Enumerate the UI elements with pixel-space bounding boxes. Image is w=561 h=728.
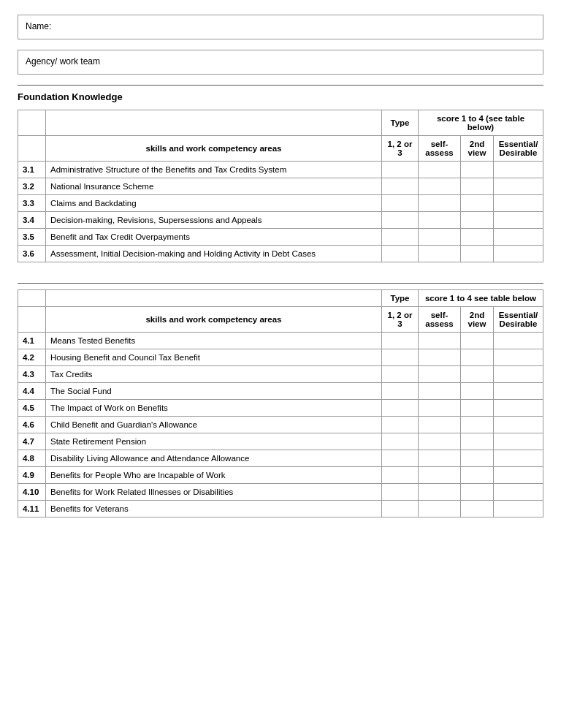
- row-2nd-view[interactable]: [460, 349, 493, 366]
- row-2nd-view[interactable]: [460, 400, 493, 417]
- row-2nd-view[interactable]: [461, 246, 494, 262]
- row-self-assess[interactable]: [418, 366, 460, 383]
- subheader-skills: skills and work competency areas: [46, 136, 382, 162]
- subheader-2nd: 2nd view: [461, 136, 494, 162]
- s2-subheader-self: self-assess: [418, 307, 460, 333]
- table-row: 4.8 Disability Living Allowance and Atte…: [18, 450, 543, 467]
- row-name: State Retirement Pension: [46, 433, 382, 450]
- section2-table: Type score 1 to 4 see table below skills…: [18, 289, 543, 517]
- section1-table-wrapper: Type score 1 to 4 (see table below) skil…: [18, 110, 543, 262]
- row-self-assess[interactable]: [418, 484, 460, 501]
- row-type[interactable]: [382, 195, 419, 212]
- row-type[interactable]: [381, 417, 418, 433]
- row-name: Administrative Structure of the Benefits…: [46, 162, 382, 178]
- row-number: 3.5: [18, 229, 46, 246]
- row-2nd-view[interactable]: [460, 383, 493, 400]
- row-name: The Social Fund: [46, 383, 382, 400]
- row-type[interactable]: [381, 349, 418, 366]
- row-essential[interactable]: [493, 400, 543, 417]
- row-self-assess[interactable]: [419, 195, 461, 212]
- row-self-assess[interactable]: [418, 400, 460, 417]
- row-self-assess[interactable]: [419, 162, 461, 178]
- row-name: Benefit and Tax Credit Overpayments: [46, 229, 382, 246]
- table-row: 3.2 National Insurance Scheme: [18, 178, 543, 195]
- row-number: 4.2: [18, 349, 46, 366]
- row-type[interactable]: [381, 333, 418, 349]
- row-type[interactable]: [382, 162, 419, 178]
- row-2nd-view[interactable]: [460, 467, 493, 484]
- row-2nd-view[interactable]: [461, 162, 494, 178]
- row-2nd-view[interactable]: [460, 450, 493, 467]
- row-self-assess[interactable]: [418, 450, 460, 467]
- row-2nd-view[interactable]: [461, 195, 494, 212]
- table-row: 4.2 Housing Benefit and Council Tax Bene…: [18, 349, 543, 366]
- row-type[interactable]: [381, 467, 418, 484]
- row-essential[interactable]: [493, 366, 543, 383]
- row-type[interactable]: [382, 178, 419, 195]
- row-essential[interactable]: [493, 484, 543, 501]
- row-2nd-view[interactable]: [461, 229, 494, 246]
- row-essential[interactable]: [494, 162, 543, 178]
- row-self-assess[interactable]: [418, 433, 460, 450]
- row-2nd-view[interactable]: [460, 366, 493, 383]
- row-essential[interactable]: [493, 349, 543, 366]
- row-self-assess[interactable]: [419, 229, 461, 246]
- row-2nd-view[interactable]: [461, 178, 494, 195]
- row-essential[interactable]: [493, 433, 543, 450]
- row-self-assess[interactable]: [418, 501, 460, 517]
- row-2nd-view[interactable]: [460, 484, 493, 501]
- row-2nd-view[interactable]: [460, 417, 493, 433]
- row-essential[interactable]: [494, 229, 543, 246]
- row-name: Benefits for Work Related Illnesses or D…: [46, 484, 382, 501]
- s2-subheader-type: 1, 2 or 3: [381, 307, 418, 333]
- header-score: score 1 to 4 (see table below): [419, 110, 543, 136]
- row-type[interactable]: [381, 484, 418, 501]
- row-2nd-view[interactable]: [460, 433, 493, 450]
- row-self-assess[interactable]: [418, 333, 460, 349]
- row-self-assess[interactable]: [418, 417, 460, 433]
- row-2nd-view[interactable]: [460, 501, 493, 517]
- section2-table-wrapper: Type score 1 to 4 see table below skills…: [18, 289, 543, 517]
- row-type[interactable]: [381, 383, 418, 400]
- divider2: [18, 283, 543, 284]
- row-name: The Impact of Work on Benefits: [46, 400, 382, 417]
- row-number: 4.11: [18, 501, 46, 517]
- agency-label: Agency/ work team: [26, 56, 100, 67]
- row-self-assess[interactable]: [419, 246, 461, 262]
- row-self-assess[interactable]: [419, 212, 461, 229]
- row-essential[interactable]: [493, 450, 543, 467]
- row-type[interactable]: [381, 501, 418, 517]
- row-type[interactable]: [381, 366, 418, 383]
- row-name: National Insurance Scheme: [46, 178, 382, 195]
- row-type[interactable]: [381, 450, 418, 467]
- row-self-assess[interactable]: [419, 178, 461, 195]
- row-essential[interactable]: [494, 178, 543, 195]
- s2-header-score: score 1 to 4 see table below: [418, 290, 543, 307]
- row-2nd-view[interactable]: [461, 212, 494, 229]
- row-name: Decision-making, Revisions, Supersession…: [46, 212, 382, 229]
- subheader-self: self-assess: [419, 136, 461, 162]
- row-essential[interactable]: [494, 195, 543, 212]
- table-row: 3.6 Assessment, Initial Decision-making …: [18, 246, 543, 262]
- row-self-assess[interactable]: [418, 383, 460, 400]
- row-type[interactable]: [381, 433, 418, 450]
- row-2nd-view[interactable]: [460, 333, 493, 349]
- row-essential[interactable]: [493, 383, 543, 400]
- name-field[interactable]: Name:: [18, 15, 543, 39]
- row-self-assess[interactable]: [418, 349, 460, 366]
- row-number: 3.6: [18, 246, 46, 262]
- agency-field[interactable]: Agency/ work team: [18, 50, 543, 75]
- row-essential[interactable]: [494, 246, 543, 262]
- row-type[interactable]: [382, 246, 419, 262]
- row-essential[interactable]: [494, 212, 543, 229]
- s2-subheader-skills: skills and work competency areas: [46, 307, 382, 333]
- row-essential[interactable]: [493, 501, 543, 517]
- row-type[interactable]: [381, 400, 418, 417]
- row-essential[interactable]: [493, 333, 543, 349]
- header-row2: skills and work competency areas 1, 2 or…: [18, 136, 543, 162]
- row-type[interactable]: [382, 229, 419, 246]
- row-type[interactable]: [382, 212, 419, 229]
- row-essential[interactable]: [493, 467, 543, 484]
- row-essential[interactable]: [493, 417, 543, 433]
- row-self-assess[interactable]: [418, 467, 460, 484]
